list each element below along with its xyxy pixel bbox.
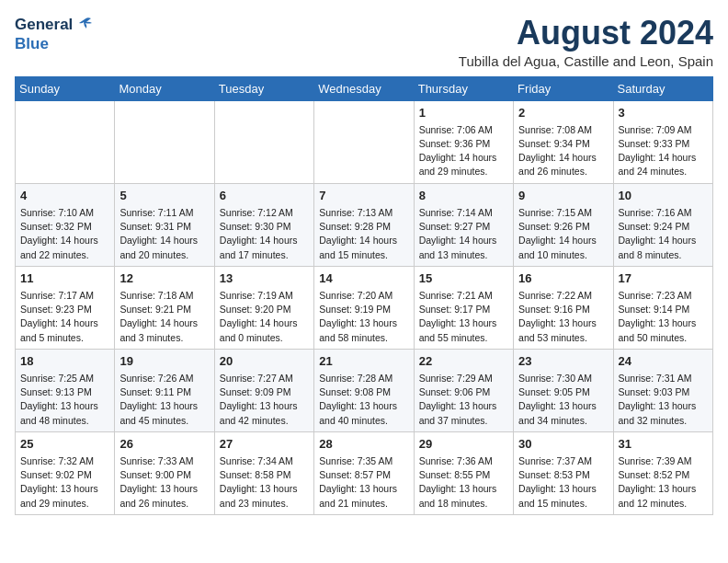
calendar-week-row: 1Sunrise: 7:06 AM Sunset: 9:36 PM Daylig… [16,100,713,183]
calendar-day-cell: 23Sunrise: 7:30 AM Sunset: 9:05 PM Dayli… [514,349,613,431]
logo-bird-icon [74,15,95,35]
calendar-day-cell: 16Sunrise: 7:22 AM Sunset: 9:16 PM Dayli… [514,266,613,349]
day-number: 4 [20,188,109,204]
day-content: Sunrise: 7:21 AM Sunset: 9:17 PM Dayligh… [419,289,508,345]
day-content: Sunrise: 7:15 AM Sunset: 9:26 PM Dayligh… [518,206,608,262]
calendar-week-row: 11Sunrise: 7:17 AM Sunset: 9:23 PM Dayli… [16,266,713,349]
day-content: Sunrise: 7:32 AM Sunset: 9:02 PM Dayligh… [20,454,109,511]
day-content: Sunrise: 7:29 AM Sunset: 9:06 PM Dayligh… [419,372,508,428]
day-content: Sunrise: 7:31 AM Sunset: 9:03 PM Dayligh… [619,372,708,428]
day-number: 6 [220,188,309,204]
calendar-day-cell: 12Sunrise: 7:18 AM Sunset: 9:21 PM Dayli… [115,266,214,349]
day-number: 21 [319,353,408,370]
day-number: 18 [20,353,109,370]
calendar-week-row: 18Sunrise: 7:25 AM Sunset: 9:13 PM Dayli… [16,349,713,431]
day-number: 8 [419,188,508,204]
calendar-day-cell: 11Sunrise: 7:17 AM Sunset: 9:23 PM Dayli… [16,266,115,349]
day-number: 9 [518,188,608,204]
day-content: Sunrise: 7:10 AM Sunset: 9:32 PM Dayligh… [20,206,109,262]
calendar-day-cell: 13Sunrise: 7:19 AM Sunset: 9:20 PM Dayli… [214,266,313,349]
day-content: Sunrise: 7:09 AM Sunset: 9:33 PM Dayligh… [619,123,708,179]
month-year-title: August 2024 [459,15,713,52]
day-content: Sunrise: 7:34 AM Sunset: 8:58 PM Dayligh… [220,454,309,511]
calendar-day-cell: 1Sunrise: 7:06 AM Sunset: 9:36 PM Daylig… [414,100,513,183]
day-content: Sunrise: 7:18 AM Sunset: 9:21 PM Dayligh… [119,289,209,345]
calendar-header-row: SundayMondayTuesdayWednesdayThursdayFrid… [16,76,713,100]
day-number: 22 [419,353,508,370]
calendar-day-header: Thursday [414,76,513,100]
day-number: 5 [119,188,209,204]
calendar-day-cell: 17Sunrise: 7:23 AM Sunset: 9:14 PM Dayli… [613,266,712,349]
calendar-day-header: Sunday [16,76,115,100]
calendar-day-cell: 30Sunrise: 7:37 AM Sunset: 8:53 PM Dayli… [514,431,613,514]
day-content: Sunrise: 7:35 AM Sunset: 8:57 PM Dayligh… [319,454,408,511]
calendar-day-cell [314,100,414,183]
day-number: 11 [20,270,109,287]
day-number: 12 [119,270,209,287]
day-content: Sunrise: 7:17 AM Sunset: 9:23 PM Dayligh… [20,289,109,345]
day-number: 2 [518,105,608,121]
calendar-day-cell: 31Sunrise: 7:39 AM Sunset: 8:52 PM Dayli… [613,431,712,514]
title-block: August 2024 Tubilla del Agua, Castille a… [459,15,713,69]
day-content: Sunrise: 7:22 AM Sunset: 9:16 PM Dayligh… [518,289,608,345]
calendar-day-cell: 14Sunrise: 7:20 AM Sunset: 9:19 PM Dayli… [314,266,414,349]
calendar-day-cell [214,100,313,183]
calendar-day-cell: 29Sunrise: 7:36 AM Sunset: 8:55 PM Dayli… [414,431,513,514]
day-content: Sunrise: 7:13 AM Sunset: 9:28 PM Dayligh… [319,206,408,262]
day-content: Sunrise: 7:39 AM Sunset: 8:52 PM Dayligh… [619,454,708,511]
day-number: 1 [419,105,508,121]
calendar-day-cell: 4Sunrise: 7:10 AM Sunset: 9:32 PM Daylig… [16,183,115,266]
calendar-day-cell: 21Sunrise: 7:28 AM Sunset: 9:08 PM Dayli… [314,349,414,431]
calendar-day-cell: 10Sunrise: 7:16 AM Sunset: 9:24 PM Dayli… [613,183,712,266]
calendar-day-header: Monday [115,76,214,100]
calendar-day-cell: 2Sunrise: 7:08 AM Sunset: 9:34 PM Daylig… [514,100,613,183]
calendar-table: SundayMondayTuesdayWednesdayThursdayFrid… [15,76,713,515]
calendar-day-cell: 26Sunrise: 7:33 AM Sunset: 9:00 PM Dayli… [115,431,214,514]
calendar-day-cell: 3Sunrise: 7:09 AM Sunset: 9:33 PM Daylig… [613,100,712,183]
day-content: Sunrise: 7:11 AM Sunset: 9:31 PM Dayligh… [119,206,209,262]
calendar-day-header: Wednesday [314,76,414,100]
day-content: Sunrise: 7:28 AM Sunset: 9:08 PM Dayligh… [319,372,408,428]
logo-blue-text: Blue [15,35,49,53]
day-number: 25 [20,436,109,453]
day-number: 19 [119,353,209,370]
calendar-day-cell: 25Sunrise: 7:32 AM Sunset: 9:02 PM Dayli… [16,431,115,514]
calendar-day-header: Tuesday [214,76,313,100]
calendar-day-cell: 28Sunrise: 7:35 AM Sunset: 8:57 PM Dayli… [314,431,414,514]
calendar-day-cell: 5Sunrise: 7:11 AM Sunset: 9:31 PM Daylig… [115,183,214,266]
day-content: Sunrise: 7:08 AM Sunset: 9:34 PM Dayligh… [518,123,608,179]
day-number: 29 [419,436,508,453]
day-number: 26 [119,436,209,453]
calendar-day-header: Friday [514,76,613,100]
calendar-day-cell [115,100,214,183]
day-content: Sunrise: 7:30 AM Sunset: 9:05 PM Dayligh… [518,372,608,428]
day-number: 10 [619,188,708,204]
day-number: 24 [619,353,708,370]
page-header: General Blue August 2024 Tubilla del Agu… [15,15,713,69]
calendar-day-cell: 27Sunrise: 7:34 AM Sunset: 8:58 PM Dayli… [214,431,313,514]
day-content: Sunrise: 7:23 AM Sunset: 9:14 PM Dayligh… [619,289,708,345]
calendar-day-cell: 15Sunrise: 7:21 AM Sunset: 9:17 PM Dayli… [414,266,513,349]
day-number: 3 [619,105,708,121]
day-number: 13 [220,270,309,287]
location-subtitle: Tubilla del Agua, Castille and Leon, Spa… [459,53,713,69]
day-content: Sunrise: 7:19 AM Sunset: 9:20 PM Dayligh… [220,289,309,345]
day-number: 17 [619,270,708,287]
calendar-day-cell: 18Sunrise: 7:25 AM Sunset: 9:13 PM Dayli… [16,349,115,431]
day-content: Sunrise: 7:36 AM Sunset: 8:55 PM Dayligh… [419,454,508,511]
day-number: 31 [619,436,708,453]
calendar-day-cell: 6Sunrise: 7:12 AM Sunset: 9:30 PM Daylig… [214,183,313,266]
logo: General Blue [15,15,95,53]
day-content: Sunrise: 7:27 AM Sunset: 9:09 PM Dayligh… [220,372,309,428]
day-content: Sunrise: 7:20 AM Sunset: 9:19 PM Dayligh… [319,289,408,345]
day-number: 15 [419,270,508,287]
calendar-day-cell: 8Sunrise: 7:14 AM Sunset: 9:27 PM Daylig… [414,183,513,266]
calendar-day-header: Saturday [613,76,712,100]
calendar-day-cell: 20Sunrise: 7:27 AM Sunset: 9:09 PM Dayli… [214,349,313,431]
day-number: 14 [319,270,408,287]
calendar-day-cell: 24Sunrise: 7:31 AM Sunset: 9:03 PM Dayli… [613,349,712,431]
day-content: Sunrise: 7:26 AM Sunset: 9:11 PM Dayligh… [119,372,209,428]
logo-general-text: General [15,16,73,34]
calendar-day-cell: 22Sunrise: 7:29 AM Sunset: 9:06 PM Dayli… [414,349,513,431]
day-content: Sunrise: 7:12 AM Sunset: 9:30 PM Dayligh… [220,206,309,262]
